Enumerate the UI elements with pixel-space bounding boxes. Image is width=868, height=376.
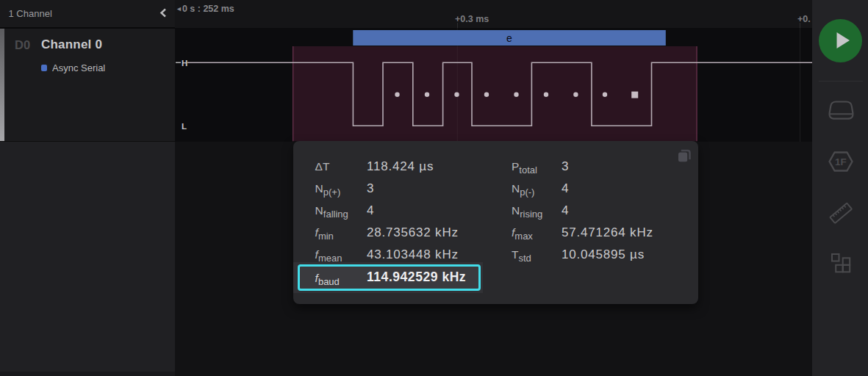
svg-text:H: H [182, 59, 187, 68]
svg-text:L: L [182, 122, 187, 131]
svg-text:e: e [506, 32, 512, 44]
svg-text:1F: 1F [835, 156, 847, 167]
